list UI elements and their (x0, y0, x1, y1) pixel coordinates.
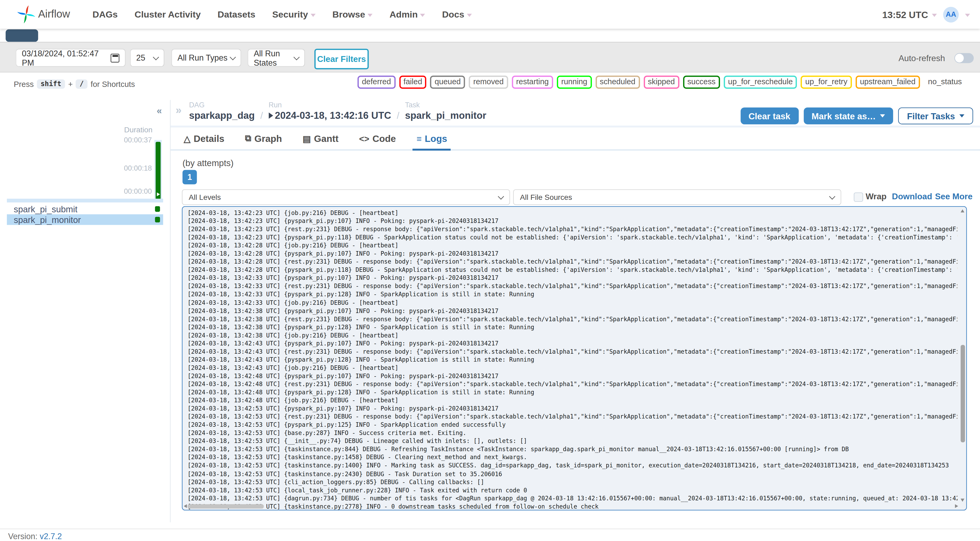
breadcrumb: » DAG sparkapp_dag / Run 2024-03-18, 13:… (171, 100, 980, 127)
mark-state-as-button[interactable]: Mark state as… (803, 107, 893, 124)
tab-icon: ≡ (417, 134, 422, 143)
scroll-right-arrow-icon[interactable] (955, 504, 958, 508)
state-legend-badge[interactable]: running (557, 76, 592, 89)
scroll-down-arrow-icon[interactable] (961, 498, 964, 502)
run-states-select[interactable]: All Run States (248, 49, 305, 66)
duration-bar[interactable] (156, 142, 161, 200)
version-label: Version: (8, 532, 38, 541)
log-line: [2024-03-18, 13:42:38 UTC] {pyspark_pi.p… (188, 307, 958, 315)
plus-sign: + (68, 80, 73, 89)
auto-refresh-toggle[interactable] (955, 53, 974, 63)
nav-item[interactable]: Browse (332, 9, 373, 19)
log-line: [2024-03-18, 13:42:43 UTC] {job.py:216} … (188, 363, 958, 372)
state-legend-badge[interactable]: removed (469, 76, 508, 89)
tab-icon: ⧉ (245, 133, 251, 144)
see-more-link[interactable]: See More (935, 192, 972, 201)
chevron-double-right-icon[interactable]: » (176, 104, 181, 117)
version-link[interactable]: v2.7.2 (40, 532, 62, 541)
task-row[interactable]: spark_pi_monitor (7, 215, 163, 225)
shortcuts-prefix: Press (14, 80, 34, 89)
clear-filters-button[interactable]: Clear Filters (315, 49, 369, 69)
nav-item[interactable]: Cluster Activity (135, 9, 200, 19)
caret-down-icon[interactable] (965, 14, 970, 17)
clear-task-button[interactable]: Clear task (740, 107, 799, 124)
nav-item-label: Browse (332, 9, 365, 19)
nav-item[interactable]: Datasets (218, 9, 255, 19)
nav-item[interactable]: DAGs (92, 9, 118, 19)
nav-item-label: Datasets (218, 9, 255, 19)
log-line: [2024-03-18, 13:42:43 UTC] {pyspark_pi.p… (188, 339, 958, 347)
tab[interactable]: <> Code (358, 133, 397, 150)
log-line: [2024-03-18, 13:42:33 UTC] {job.py:216} … (188, 298, 958, 307)
file-source-select[interactable]: All File Sources (513, 189, 841, 205)
run-types-select[interactable]: All Run Types (172, 49, 241, 66)
tab[interactable]: ⧉ Graph (244, 133, 283, 150)
log-line: [2024-03-18, 13:42:48 UTC] {pyspark_pi.p… (188, 388, 958, 396)
state-legend-badge[interactable]: scheduled (595, 76, 640, 89)
filter-tasks-button[interactable]: Filter Tasks (898, 107, 973, 124)
nav-item-label: Cluster Activity (135, 9, 200, 19)
toggle-knob (955, 54, 964, 62)
task-state-success-square[interactable] (155, 207, 160, 212)
state-legend-badge[interactable]: success (683, 76, 720, 89)
state-legend-badge[interactable]: no_status (924, 76, 966, 89)
state-legend-badge[interactable]: failed (399, 76, 426, 89)
caret-down-icon (932, 14, 937, 17)
log-output-panel[interactable]: [2024-03-18, 13:42:23 UTC] {job.py:216} … (182, 206, 967, 511)
state-legend-badge[interactable]: deferred (358, 76, 395, 89)
state-legend-badge[interactable]: restarting (512, 76, 553, 89)
log-line: [2024-03-18, 13:42:53 UTC] {taskinstance… (188, 502, 958, 511)
filter-tasks-label: Filter Tasks (907, 111, 955, 121)
tab-icon: △ (184, 134, 190, 143)
run-label: Run (269, 101, 391, 110)
collapse-sidebar-icon[interactable]: « (157, 105, 162, 116)
breadcrumb-dag: DAG sparkapp_dag (189, 101, 255, 121)
brand-name: Airflow (38, 8, 70, 21)
duration-axis-tick: 00:00:37 (124, 136, 152, 144)
tab-label: Graph (255, 133, 282, 144)
nav-item[interactable]: Security (272, 9, 315, 19)
run-value[interactable]: 2024-03-18, 13:42:16 UTC (269, 109, 391, 121)
state-legend-badge[interactable]: skipped (643, 76, 679, 89)
state-legend-badge[interactable]: up_for_reschedule (724, 76, 797, 89)
tab[interactable]: ▤ Gantt (301, 133, 340, 150)
breadcrumb-task: Task spark_pi_monitor (405, 101, 487, 121)
state-legend-badge[interactable]: queued (430, 76, 465, 89)
log-line: [2024-03-18, 13:42:53 UTC] {taskinstance… (188, 469, 958, 478)
run-triangle-icon (157, 193, 160, 196)
log-line: [2024-03-18, 13:42:48 UTC] {pyspark_pi.p… (188, 372, 958, 380)
avatar[interactable]: AA (943, 6, 959, 22)
vertical-scrollbar-thumb[interactable] (961, 345, 965, 442)
base-date-input[interactable]: 03/18/2024, 01:52:47 PM (16, 49, 125, 66)
wrap-checkbox[interactable] (854, 193, 863, 202)
task-name: spark_pi_monitor (7, 215, 81, 225)
state-legend-badge[interactable]: upstream_failed (856, 76, 920, 89)
attempt-1-button[interactable]: 1 (183, 170, 197, 185)
wrap-label: Wrap (866, 192, 887, 201)
tab[interactable]: ≡ Logs (415, 133, 449, 150)
run-type-triangle-icon (269, 112, 273, 118)
task-state-success-square[interactable] (155, 217, 160, 223)
tab[interactable]: △ Details (183, 133, 226, 150)
download-link[interactable]: Download (892, 192, 932, 201)
task-value[interactable]: spark_pi_monitor (405, 109, 487, 121)
airflow-brand[interactable]: Airflow (17, 5, 70, 24)
page-size-select[interactable]: 25 (130, 49, 164, 66)
state-legend-badge[interactable]: up_for_retry (801, 76, 852, 89)
log-line: [2024-03-18, 13:42:23 UTC] {pyspark_pi.p… (188, 217, 958, 225)
log-level-select[interactable]: All Levels (182, 189, 510, 205)
horizontal-scrollbar-thumb[interactable] (188, 504, 264, 509)
scroll-left-arrow-icon[interactable] (184, 504, 187, 508)
task-row[interactable]: spark_pi_submit (7, 204, 163, 215)
nav-item[interactable]: Docs (442, 9, 472, 19)
clock-menu[interactable]: 13:52 UTC (882, 9, 937, 20)
log-line: [2024-03-18, 13:42:43 UTC] {rest.py:231}… (188, 347, 958, 355)
scroll-up-arrow-icon[interactable] (961, 209, 964, 213)
task-state-legend: deferredfailedqueuedremovedrestartingrun… (358, 76, 966, 89)
nav-item[interactable]: Admin (390, 9, 425, 19)
grid-view-button-clipped[interactable] (6, 30, 38, 42)
log-line: [2024-03-18, 13:42:53 UTC] {__init__.py:… (188, 437, 958, 445)
duration-axis-title: Duration (124, 126, 153, 134)
grid-run-column-highlight (7, 199, 163, 202)
dag-value[interactable]: sparkapp_dag (189, 109, 255, 121)
